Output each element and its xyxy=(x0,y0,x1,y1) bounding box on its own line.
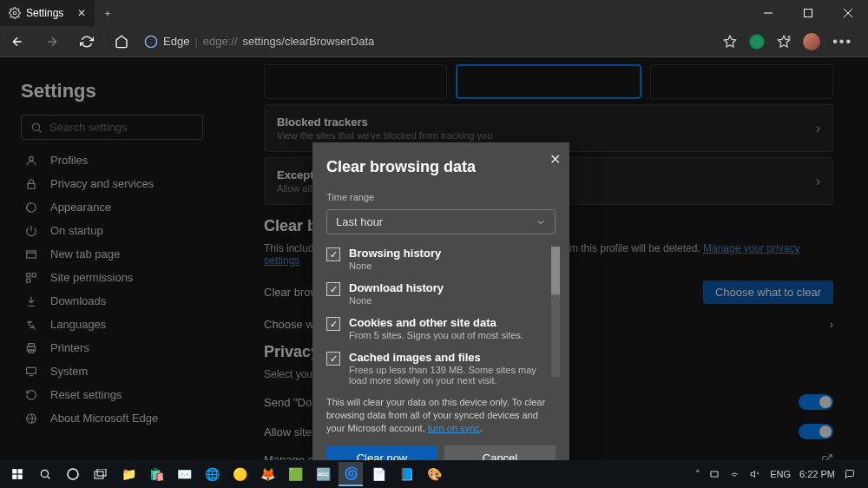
new-tab-button[interactable]: ＋ xyxy=(95,6,121,21)
url-path: settings/clearBrowserData xyxy=(243,35,375,48)
clear-option-download-history[interactable]: Download historyNone xyxy=(326,281,556,306)
volume-icon[interactable] xyxy=(749,469,761,479)
clear-option-cookies-and-other-site-data[interactable]: Cookies and other site dataFrom 5 sites.… xyxy=(326,316,556,340)
chrome-icon[interactable]: 🟡 xyxy=(227,462,252,486)
turn-on-sync-link[interactable]: turn on sync xyxy=(428,423,480,433)
back-button[interactable] xyxy=(5,30,30,54)
browser-tab[interactable]: Settings ✕ xyxy=(0,0,95,26)
home-button[interactable] xyxy=(109,30,134,54)
url-browser: Edge xyxy=(163,35,189,48)
app2-icon[interactable]: 🔤 xyxy=(311,462,335,486)
address-bar[interactable]: Edge | edge://settings/clearBrowserData xyxy=(144,35,713,49)
cortana-icon[interactable] xyxy=(61,462,85,486)
chevron-down-icon xyxy=(536,217,546,228)
svg-rect-32 xyxy=(97,469,106,476)
profile-avatar[interactable] xyxy=(803,33,820,50)
checkbox[interactable] xyxy=(326,352,340,366)
checkbox[interactable] xyxy=(326,317,340,331)
favorites-list-icon[interactable] xyxy=(777,35,791,49)
refresh-button[interactable] xyxy=(75,30,99,54)
clear-option-browsing-history[interactable]: Browsing historyNone xyxy=(326,247,556,271)
edge-icon xyxy=(144,35,158,49)
wifi-icon[interactable] xyxy=(728,469,740,479)
language-indicator[interactable]: ENG xyxy=(770,469,791,479)
start-button[interactable] xyxy=(5,462,30,486)
svg-point-0 xyxy=(13,11,16,15)
word-icon[interactable]: 📘 xyxy=(394,462,418,486)
svg-rect-26 xyxy=(12,475,16,479)
task-view-icon[interactable] xyxy=(89,462,113,486)
store-icon[interactable]: 🛍️ xyxy=(144,462,168,486)
svg-rect-24 xyxy=(12,469,16,473)
svg-point-30 xyxy=(68,469,78,479)
more-icon[interactable]: ••• xyxy=(832,34,852,49)
ie-icon[interactable]: 🌐 xyxy=(200,462,224,486)
time-range-label: Time range xyxy=(326,192,374,202)
tab-title: Settings xyxy=(26,7,63,19)
svg-rect-27 xyxy=(18,475,23,479)
notepad-icon[interactable]: 📄 xyxy=(366,462,391,486)
search-icon[interactable] xyxy=(33,462,57,486)
app-icon[interactable]: 🟩 xyxy=(283,462,307,486)
notifications-icon[interactable] xyxy=(844,469,856,479)
explorer-icon[interactable]: 📁 xyxy=(116,462,141,486)
close-window-button[interactable] xyxy=(828,0,868,26)
minimize-button[interactable] xyxy=(748,0,788,26)
svg-point-5 xyxy=(145,36,156,47)
edge-taskbar-icon[interactable]: 🌀 xyxy=(339,462,363,486)
scrollbar-thumb[interactable] xyxy=(551,247,560,294)
extension-icon[interactable] xyxy=(749,34,765,49)
bluetooth-icon[interactable] xyxy=(709,469,720,479)
dialog-title: Clear browsing data xyxy=(326,158,556,176)
clock[interactable]: 6:22 PM xyxy=(799,469,835,479)
svg-rect-25 xyxy=(18,469,23,473)
url-prefix: edge:// xyxy=(203,35,238,48)
time-range-select[interactable]: Last hour xyxy=(326,209,556,234)
close-icon[interactable]: ✕ xyxy=(77,9,86,17)
tray-chevron-icon[interactable]: ˄ xyxy=(695,469,700,480)
maximize-button[interactable] xyxy=(788,0,828,26)
forward-button[interactable] xyxy=(40,30,64,54)
mail-icon[interactable]: ✉️ xyxy=(172,462,196,486)
svg-point-28 xyxy=(41,470,48,477)
paint-icon[interactable]: 🎨 xyxy=(422,462,446,486)
checkbox[interactable] xyxy=(326,247,340,261)
svg-rect-31 xyxy=(95,472,103,478)
svg-rect-33 xyxy=(711,472,718,477)
checkbox[interactable] xyxy=(326,282,340,296)
close-dialog-button[interactable]: ✕ xyxy=(549,151,561,168)
clear-browsing-data-dialog: ✕ Clear browsing data Time range Last ho… xyxy=(312,142,569,483)
svg-line-29 xyxy=(47,476,49,478)
firefox-icon[interactable]: 🦊 xyxy=(255,462,279,486)
svg-rect-2 xyxy=(805,10,812,17)
clear-option-cached-images-and-files[interactable]: Cached images and filesFrees up less tha… xyxy=(326,351,556,386)
gear-icon xyxy=(9,7,21,19)
favorite-icon[interactable] xyxy=(723,35,737,49)
